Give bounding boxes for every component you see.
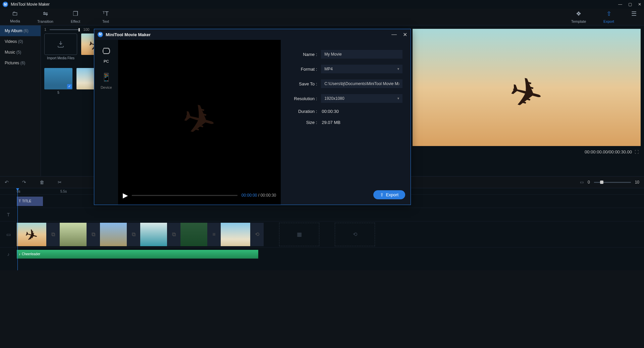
transition-icon: ⇋ bbox=[30, 10, 60, 17]
audio-track: ♪ ♪ Cheerleader bbox=[0, 247, 644, 261]
text-track: T bbox=[0, 208, 644, 221]
dialog-timecode: 00:00:00 / 00:00:30 bbox=[241, 193, 276, 198]
tab-label: Device bbox=[101, 85, 112, 89]
folder-icon[interactable]: 🗀 bbox=[397, 82, 400, 85]
library-sidebar: My Album (6) Videos (0) Music (5) Pictur… bbox=[0, 25, 41, 176]
thumb-caption: 5 bbox=[44, 91, 72, 94]
minimize-icon[interactable]: — bbox=[391, 31, 397, 38]
tab-label: PC bbox=[104, 59, 109, 63]
duration-label: Duration : bbox=[289, 109, 321, 114]
preview-timecode: 00:00:00.00/00:00:30.00 bbox=[585, 149, 632, 154]
video-clip[interactable] bbox=[17, 223, 46, 246]
layers-icon: ❖ bbox=[564, 10, 594, 17]
export-tab[interactable]: ⇧ Export bbox=[594, 10, 624, 24]
sidebar-item-count: (6) bbox=[23, 28, 29, 33]
undo-button[interactable]: ↶ bbox=[5, 180, 9, 185]
fullscreen-icon[interactable]: ⛶ bbox=[635, 150, 639, 154]
media-tab[interactable]: 🗀 Media bbox=[0, 10, 30, 24]
export-button[interactable]: ⇧ Export bbox=[373, 190, 405, 199]
text-track-icon: T bbox=[0, 212, 17, 217]
split-button[interactable]: ✂ bbox=[58, 180, 62, 185]
sidebar-item-music[interactable]: Music (5) bbox=[0, 47, 41, 58]
audio-track-icon: ♪ bbox=[0, 252, 17, 257]
drop-slot[interactable]: ⟲ bbox=[335, 223, 375, 246]
transition-clip[interactable]: ⟲ bbox=[250, 223, 264, 246]
transition-clip[interactable]: ⧉ bbox=[127, 223, 140, 246]
resolution-select[interactable]: 1920x1080▼ bbox=[321, 94, 402, 103]
transition-clip[interactable]: ⧉ bbox=[167, 223, 180, 246]
template-label: Template bbox=[571, 19, 586, 23]
zoom-min: 1 bbox=[44, 27, 46, 31]
sidebar-item-label: Videos bbox=[5, 39, 17, 44]
video-clip[interactable] bbox=[180, 223, 207, 246]
ruler-mark: 5.5s bbox=[60, 190, 67, 193]
sidebar-item-count: (6) bbox=[20, 61, 25, 65]
title-clip[interactable]: T TITLE bbox=[17, 197, 43, 206]
chevron-down-icon: ▼ bbox=[397, 67, 400, 71]
video-clip[interactable] bbox=[221, 223, 250, 246]
template-tab[interactable]: ❖ Template bbox=[564, 10, 594, 24]
playhead[interactable] bbox=[17, 188, 18, 270]
sidebar-item-pictures[interactable]: Pictures (6) bbox=[0, 58, 41, 68]
text-label: Text bbox=[102, 19, 109, 23]
transition-tab[interactable]: ⇋ Transition bbox=[30, 10, 60, 24]
video-clip[interactable] bbox=[140, 223, 167, 246]
transition-clip[interactable]: ⧉ bbox=[46, 223, 60, 246]
preview-pane: 00:00:00.00/00:00:30.00 ⛶ bbox=[409, 25, 644, 176]
minimize-icon[interactable]: — bbox=[618, 2, 622, 7]
download-icon bbox=[57, 40, 65, 48]
sidebar-item-my-album[interactable]: My Album (6) bbox=[0, 25, 41, 36]
export-target-tabs: 🖵 PC 📱 Device bbox=[94, 40, 118, 205]
maximize-icon[interactable]: ▢ bbox=[628, 2, 632, 7]
thumbnail-zoom-slider[interactable] bbox=[50, 29, 80, 30]
sidebar-item-label: Music bbox=[5, 50, 15, 55]
drop-slot[interactable]: ▦ bbox=[279, 223, 319, 246]
video-clip[interactable] bbox=[100, 223, 127, 246]
name-label: Name : bbox=[289, 52, 321, 57]
effect-label: Effect bbox=[71, 19, 80, 23]
sidebar-item-videos[interactable]: Videos (0) bbox=[0, 36, 41, 47]
tl-zoom-min: 0 bbox=[588, 180, 590, 185]
import-label: Import Media Files bbox=[44, 56, 77, 60]
upload-icon: ⇧ bbox=[380, 192, 384, 197]
menu-button[interactable]: ☰ bbox=[624, 10, 644, 24]
redo-button[interactable]: ↷ bbox=[22, 180, 26, 185]
sidebar-item-count: (0) bbox=[18, 39, 23, 44]
app-logo: M bbox=[3, 2, 8, 7]
timeline-zoom-slider[interactable] bbox=[594, 182, 631, 183]
fit-icon[interactable]: ▭ bbox=[580, 180, 584, 185]
tab-pc[interactable]: 🖵 PC bbox=[102, 47, 110, 64]
export-dialog: M MiniTool Movie Maker — ✕ 🖵 PC 📱 Device… bbox=[94, 29, 411, 205]
main-toolbar: 🗀 Media ⇋ Transition ❐ Effect ᵀT Text ❖ … bbox=[0, 9, 644, 25]
video-clip[interactable] bbox=[60, 223, 87, 246]
folder-icon: 🗀 bbox=[0, 10, 30, 17]
app-title: MiniTool Movie Maker bbox=[11, 2, 50, 7]
text-tab[interactable]: ᵀT Text bbox=[91, 10, 121, 24]
transition-clip[interactable]: ≡ bbox=[207, 223, 221, 246]
close-icon[interactable]: ✕ bbox=[638, 2, 641, 7]
transition-clip[interactable]: ⧉ bbox=[87, 223, 100, 246]
seek-bar[interactable] bbox=[132, 195, 237, 196]
import-media-button[interactable] bbox=[44, 33, 77, 55]
sidebar-item-label: My Album bbox=[5, 28, 22, 33]
media-thumb[interactable]: ✓ bbox=[44, 68, 72, 89]
tab-device[interactable]: 📱 Device bbox=[101, 73, 112, 90]
zoom-max: 100 bbox=[83, 27, 89, 31]
text-icon: T bbox=[19, 199, 21, 203]
play-button[interactable]: ▶ bbox=[123, 191, 128, 199]
media-label: Media bbox=[10, 19, 20, 23]
sidebar-item-label: Pictures bbox=[5, 61, 19, 65]
music-icon: ♪ bbox=[19, 252, 20, 256]
duration-value: 00:00:30 bbox=[321, 109, 339, 114]
format-select[interactable]: MP4▼ bbox=[321, 65, 402, 73]
preview-canvas bbox=[413, 29, 641, 146]
close-icon[interactable]: ✕ bbox=[403, 31, 407, 38]
delete-button[interactable]: 🗑 bbox=[40, 180, 44, 185]
audio-clip[interactable]: ♪ Cheerleader bbox=[17, 250, 258, 259]
phone-icon: 📱 bbox=[101, 73, 112, 82]
size-label: Size : bbox=[289, 120, 321, 125]
format-label: Format : bbox=[289, 67, 321, 72]
effect-tab[interactable]: ❐ Effect bbox=[60, 10, 91, 24]
saveto-input[interactable]: C:\Users\bj\Documents\MiniTool Movie M:🗀 bbox=[321, 79, 402, 88]
name-input[interactable]: My Movie bbox=[321, 50, 402, 59]
